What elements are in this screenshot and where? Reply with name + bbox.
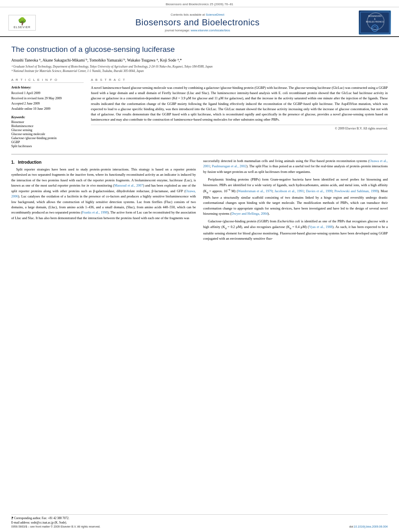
section1-body-right: successfully detected in both mammalian … [203, 158, 388, 242]
ref-jacobson[interactable]: Jacobson et al., 1991 [275, 189, 304, 193]
body-columns: 1. Introduction Split reporter strategie… [11, 158, 388, 244]
ref-massoud[interactable]: Massoud et al., 2007 [114, 183, 143, 187]
article-info-abstract-section: A R T I C L E I N F O Article history: R… [11, 78, 388, 148]
email-address: sode@cc.tuat.ac.jp (K. Sode). [31, 521, 67, 524]
doi-label: doi: [349, 525, 354, 528]
journal-header: 🌳 ELSEVIER Contents lists available at S… [0, 7, 399, 37]
intro-para-2: successfully detected in both mammalian … [203, 158, 388, 175]
article-title: The construction of a glucose-sensing lu… [11, 45, 388, 54]
svg-text:BIOSENSORS: BIOSENSORS [368, 15, 382, 17]
section1-heading: Introduction [18, 160, 41, 164]
sciencedirect-link[interactable]: ScienceDirect [206, 13, 224, 16]
article-info-block: Article history: Received 1 April 2009 R… [11, 85, 84, 111]
body-left-column: 1. Introduction Split reporter strategie… [11, 158, 196, 244]
abstract-column: A B S T R A C T A novel luminescence-bas… [91, 78, 388, 148]
keyword-2: Bioluminescence [11, 124, 84, 128]
contents-text: Contents lists available at [171, 13, 205, 16]
footnote-star: ⁋ Corresponding author. Fax: +81 42 388 … [11, 516, 388, 520]
keyword-5: Galactose-/glucose-binding protein [11, 136, 84, 140]
page: Biosensors and Bioelectronics 25 (2009) … [0, 0, 399, 532]
homepage-text: journal homepage: [165, 29, 190, 32]
ref-wandersman[interactable]: Wandersman et al., 1979 [238, 189, 272, 193]
elsevier-logo: 🌳 ELSEVIER [8, 15, 36, 31]
journal-issue-info: Biosensors and Bioelectronics 25 (2009) … [166, 2, 233, 6]
keywords-title: Keywords: [11, 115, 84, 119]
accepted-date: Accepted 2 June 2009 [11, 101, 84, 106]
section1-number: 1. [11, 160, 14, 164]
section1-body: Split reporter strategies have been used… [11, 167, 196, 221]
top-bar: Biosensors and Bioelectronics 25 (2009) … [0, 0, 399, 7]
available-date: Available online 10 June 2009 [11, 107, 84, 111]
footer-bottom: 0956-5663/$ – see front matter © 2009 El… [11, 525, 388, 528]
ref-franks[interactable]: Franks et al., 1998 [82, 210, 107, 214]
ref-ozawa-2006[interactable]: Ozawa, 2006 [11, 189, 196, 198]
doi-link[interactable]: 10.1016/j.bios.2009.06.004 [354, 525, 388, 528]
footnote-email: E-mail address: sode@cc.tuat.ac.jp (K. S… [11, 521, 388, 524]
keyword-7: Split luciferases [11, 144, 84, 148]
svg-text:BIOELECTRONICS: BIOELECTRONICS [366, 21, 384, 23]
abstract-text: A novel luminescence-based glucose-sensi… [91, 85, 388, 122]
affiliation-b: ᵇ National Institute for Materials Scien… [11, 69, 388, 74]
ref-davies[interactable]: Davies et al., 1999 [306, 189, 333, 193]
journal-logo-right: BIOSENSORS & BIOELECTRONICS [359, 10, 391, 35]
svg-rect-0 [360, 11, 390, 34]
footnote-star-text: ⁋ Corresponding author. Fax: +81 42 388 … [11, 516, 69, 520]
doi-line: doi:10.1016/j.bios.2009.06.004 [349, 525, 388, 528]
affiliation-a: ᵃ Graduate School of Technology, Departm… [11, 65, 388, 69]
elsevier-text: ELSEVIER [14, 26, 31, 29]
keyword-3: Glucose sensing [11, 128, 84, 132]
abstract-header: A B S T R A C T [91, 78, 388, 83]
body-right-column: successfully detected in both mammalian … [203, 158, 388, 244]
keyword-1: Biosensor [11, 120, 84, 124]
ref-vyas[interactable]: Vyas et al., 1988 [309, 225, 332, 229]
journal-homepage: journal homepage: www.elsevier.com/locat… [36, 29, 359, 32]
ref-paulmurugan[interactable]: Paulmurugan et al., 2002 [212, 164, 247, 168]
revised-date: Received in revised form 29 May 2009 [11, 96, 84, 101]
affiliations: ᵃ Graduate School of Technology, Departm… [11, 65, 388, 73]
ref-powlowski[interactable]: Powlowski and Sahlman, 1999 [334, 189, 377, 193]
journal-title: Biosensors and Bioelectronics [36, 17, 359, 28]
authors: Atsushi Taneoka ᵃ, Akane Sakaguchi-Mikam… [11, 58, 388, 62]
contents-line: Contents lists available at ScienceDirec… [36, 13, 359, 16]
issn-line: 0956-5663/$ – see front matter © 2009 El… [11, 525, 101, 528]
authors-text: Atsushi Taneoka ᵃ, Akane Sakaguchi-Mikam… [11, 58, 182, 62]
keywords-block: Keywords: Biosensor Bioluminescence Gluc… [11, 115, 84, 148]
svg-text:&: & [374, 18, 376, 20]
page-footer: ⁋ Corresponding author. Fax: +81 42 388 … [11, 514, 388, 528]
ref-dwyer[interactable]: Dwyer and Hellinga, 2004 [231, 212, 267, 216]
intro-para-4: Galactose-/glucose-binding protein (GGBP… [203, 219, 388, 241]
tree-icon: 🌳 [18, 17, 27, 26]
copyright-line: © 2009 Elsevier B.V. All rights reserved… [91, 125, 388, 130]
article-info-header: A R T I C L E I N F O [11, 78, 84, 83]
homepage-link[interactable]: www.elsevier.com/locate/bios [191, 29, 230, 32]
divider [11, 154, 388, 154]
main-content: The construction of a glucose-sensing lu… [0, 37, 399, 251]
intro-para-3: Periplasmic binding proteins (PBPs) form… [203, 177, 388, 216]
article-info-column: A R T I C L E I N F O Article history: R… [11, 78, 84, 148]
keyword-4: Glucose-sensing molecule [11, 132, 84, 136]
history-title: Article history: [11, 85, 84, 90]
section1-title: 1. Introduction [11, 160, 196, 164]
intro-para-1: Split reporter strategies have been used… [11, 167, 196, 221]
received-date: Received 1 April 2009 [11, 91, 84, 96]
journal-center: Contents lists available at ScienceDirec… [36, 13, 359, 32]
email-label: E-mail address: [11, 521, 30, 524]
keyword-6: GGBP [11, 140, 84, 144]
